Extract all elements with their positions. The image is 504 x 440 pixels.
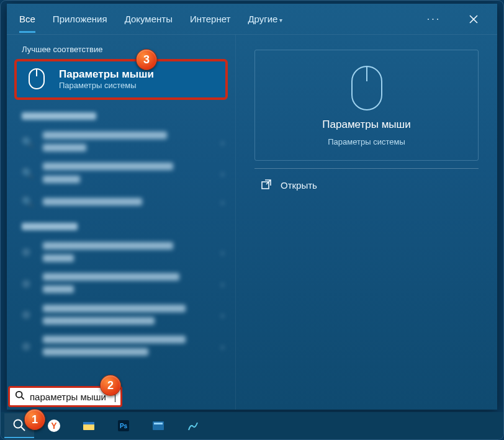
search-tabs: Все Приложения Документы Интернет Другие… [7, 4, 497, 35]
callout-badge-1: 1 [24, 409, 45, 430]
list-item[interactable]: ⚙› [7, 300, 235, 331]
detail-pane: Параметры мыши Параметры системы Открыть [235, 35, 497, 410]
best-match-item[interactable]: Параметры мыши Параметры системы [14, 59, 228, 100]
tab-internet[interactable]: Интернет [190, 5, 230, 33]
list-item[interactable]: ⚙› [7, 268, 235, 299]
mouse-icon [24, 66, 49, 91]
search-panel: Все Приложения Документы Интернет Другие… [7, 4, 497, 410]
search-input[interactable] [30, 392, 110, 402]
detail-card: Параметры мыши Параметры системы [254, 50, 479, 161]
tab-more[interactable]: Другие [248, 5, 282, 33]
list-item[interactable]: 🔍› [7, 127, 235, 158]
svg-point-5 [16, 392, 22, 398]
section-web [7, 105, 235, 127]
svg-rect-12 [83, 422, 94, 424]
callout-badge-2: 2 [100, 375, 121, 396]
mouse-icon-large [348, 64, 385, 112]
taskbar-app-photoshop[interactable]: Ps [109, 413, 138, 438]
taskbar: Y Ps [1, 412, 503, 439]
detail-title: Параметры мыши [322, 119, 410, 131]
list-item[interactable]: ⚙› [7, 237, 235, 268]
open-icon [261, 179, 272, 192]
best-match-title: Параметры мыши [59, 68, 154, 81]
open-action[interactable]: Открыть [248, 169, 485, 202]
section-settings [7, 215, 235, 237]
tab-all[interactable]: Все [19, 5, 35, 33]
tab-apps[interactable]: Приложения [53, 5, 107, 33]
taskbar-app-explorer[interactable] [74, 413, 104, 438]
results-list: Лучшее соответствие Параметры мыши Парам… [7, 35, 235, 410]
tab-documents[interactable]: Документы [125, 5, 173, 33]
taskbar-app-generic-2[interactable] [178, 413, 208, 438]
search-icon [15, 390, 25, 403]
taskbar-app-generic[interactable] [143, 413, 173, 438]
svg-rect-16 [154, 423, 163, 424]
best-match-subtitle: Параметры системы [59, 81, 154, 90]
svg-line-6 [22, 397, 24, 400]
list-item[interactable]: 🔍› [7, 158, 235, 189]
detail-subtitle: Параметры системы [328, 137, 405, 146]
list-item[interactable]: ⚙› [7, 331, 235, 362]
svg-text:Y: Y [51, 421, 57, 431]
best-match-label: Лучшее соответствие [7, 41, 235, 59]
svg-text:Ps: Ps [120, 423, 128, 429]
callout-badge-3: 3 [136, 49, 157, 70]
list-item[interactable]: 🔍› [7, 189, 235, 215]
svg-point-7 [14, 420, 22, 428]
close-button[interactable] [462, 8, 485, 30]
open-label: Открыть [281, 180, 317, 191]
svg-line-8 [21, 427, 25, 431]
more-menu-button[interactable]: ··· [423, 8, 445, 30]
